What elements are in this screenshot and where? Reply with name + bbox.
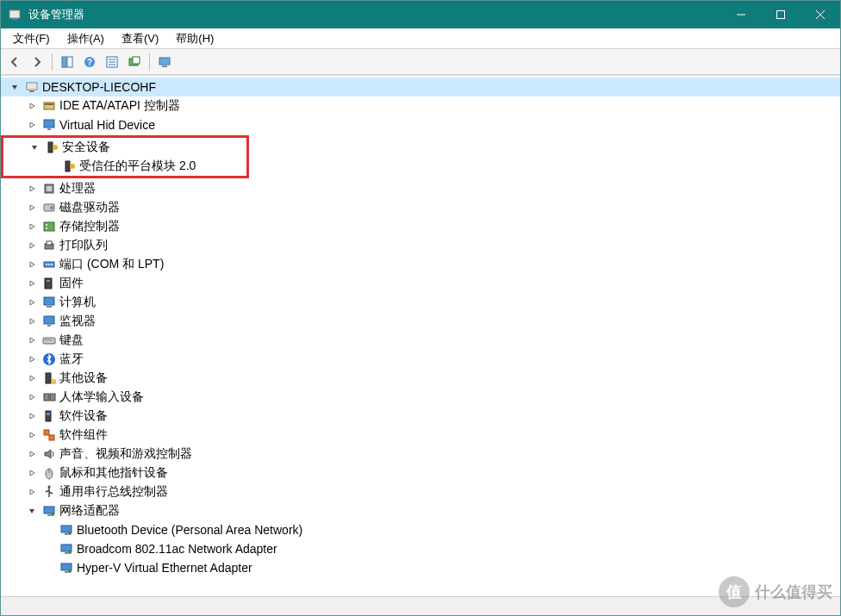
svg-rect-48 xyxy=(45,339,47,340)
tree-item[interactable]: 软件设备 xyxy=(1,407,840,426)
expander-icon[interactable] xyxy=(25,296,39,309)
tree-item[interactable]: IDE ATA/ATAPI 控制器 xyxy=(1,96,840,115)
properties-button[interactable] xyxy=(102,52,122,72)
tree-item[interactable]: Broadcom 802.11ac Network Adapter xyxy=(1,539,840,558)
back-button[interactable] xyxy=(4,52,25,72)
cpu-icon xyxy=(41,181,57,196)
tree-node-label: 鼠标和其他指针设备 xyxy=(59,465,173,481)
tree-item[interactable]: 端口 (COM 和 LPT) xyxy=(1,255,840,274)
tree-item[interactable]: 受信任的平台模块 2.0 xyxy=(3,157,246,176)
titlebar[interactable]: 设备管理器 xyxy=(1,1,840,28)
expander-icon[interactable] xyxy=(25,447,39,461)
expander-icon[interactable] xyxy=(25,314,39,328)
tree-item[interactable]: 打印队列 xyxy=(1,236,840,255)
tree-item[interactable]: 处理器 xyxy=(1,179,840,198)
tree-item[interactable]: 人体学输入设备 xyxy=(1,388,840,407)
monitor-icon xyxy=(41,117,57,133)
expander-icon[interactable] xyxy=(25,277,39,290)
show-hide-tree-button[interactable] xyxy=(57,52,78,72)
tree-root[interactable]: DESKTOP-LIECOHF xyxy=(1,78,840,96)
expander-icon[interactable] xyxy=(25,428,39,442)
tree-item[interactable]: ?其他设备 xyxy=(1,369,840,388)
expander-icon[interactable] xyxy=(25,239,39,252)
tree-item[interactable]: 磁盘驱动器 xyxy=(1,198,840,217)
tree-node-label: 存储控制器 xyxy=(59,219,125,234)
disk-icon xyxy=(41,200,57,215)
tree-item[interactable]: 监视器 xyxy=(1,312,840,331)
svg-rect-21 xyxy=(45,103,53,105)
svg-rect-60 xyxy=(49,435,54,440)
expander-icon[interactable] xyxy=(25,118,39,132)
menu-file[interactable]: 文件(F) xyxy=(4,29,59,48)
tree-node-label: 处理器 xyxy=(59,181,101,196)
tree-item[interactable]: Hyper-V Virtual Ethernet Adapter xyxy=(1,558,840,577)
tree-node-label: Bluetooth Device (Personal Area Network) xyxy=(77,523,308,537)
svg-point-66 xyxy=(51,513,54,516)
help-button[interactable]: ? xyxy=(79,52,100,72)
ide-icon xyxy=(41,98,57,114)
tree-item[interactable]: Bluetooth Device (Personal Area Network) xyxy=(1,520,840,539)
tree-item[interactable]: 鼠标和其他指针设备 xyxy=(1,464,840,482)
tree-node-label: 人体学输入设备 xyxy=(59,389,149,405)
tree-item[interactable]: 安全设备 xyxy=(3,138,246,157)
expander-icon[interactable] xyxy=(25,409,39,423)
app-icon xyxy=(8,8,22,22)
expander-icon[interactable] xyxy=(8,80,22,94)
svg-rect-1 xyxy=(12,19,17,20)
tree-node-label: 网络适配器 xyxy=(59,503,125,519)
devices-button[interactable] xyxy=(154,52,175,72)
tree-node-label: 声音、视频和游戏控制器 xyxy=(59,446,197,462)
svg-rect-49 xyxy=(47,339,49,340)
tree-item[interactable]: 蓝牙 xyxy=(1,350,840,369)
svg-rect-24 xyxy=(48,142,53,152)
menu-view[interactable]: 查看(V) xyxy=(113,29,167,48)
tree-node-label: 端口 (COM 和 LPT) xyxy=(59,257,169,272)
expander-icon[interactable] xyxy=(25,258,39,271)
menu-help[interactable]: 帮助(H) xyxy=(167,29,222,48)
expander-icon[interactable] xyxy=(25,352,39,366)
close-button[interactable] xyxy=(801,1,840,28)
expander-icon[interactable] xyxy=(25,99,39,113)
svg-rect-41 xyxy=(45,278,52,289)
svg-rect-70 xyxy=(61,544,72,551)
svg-point-40 xyxy=(51,264,53,265)
expander-icon[interactable] xyxy=(25,371,39,385)
expander-icon[interactable] xyxy=(25,220,39,233)
menubar: 文件(F) 操作(A) 查看(V) 帮助(H) xyxy=(1,28,840,49)
expander-icon[interactable] xyxy=(25,390,39,404)
minimize-button[interactable] xyxy=(721,1,761,28)
expander-icon[interactable] xyxy=(25,333,39,347)
tree-node-label: 安全设备 xyxy=(62,140,115,155)
svg-rect-19 xyxy=(29,90,34,92)
svg-rect-58 xyxy=(47,413,50,415)
expander-icon[interactable] xyxy=(25,504,39,518)
svg-rect-68 xyxy=(65,533,68,535)
expander-icon[interactable] xyxy=(25,485,39,499)
tree-item[interactable]: 键盘 xyxy=(1,331,840,350)
device-tree[interactable]: DESKTOP-LIECOHFIDE ATA/ATAPI 控制器Virtual … xyxy=(1,76,840,596)
tree-item[interactable]: 声音、视频和游戏控制器 xyxy=(1,445,840,464)
tree-node-label: 打印队列 xyxy=(59,238,113,253)
expander-icon[interactable] xyxy=(25,466,39,480)
bluetooth-icon xyxy=(41,352,57,367)
tree-item[interactable]: 固件 xyxy=(1,274,840,293)
tree-item[interactable]: 软件组件 xyxy=(1,426,840,445)
tree-item[interactable]: 通用串行总线控制器 xyxy=(1,482,840,501)
svg-point-25 xyxy=(53,145,58,150)
expander-icon[interactable] xyxy=(25,201,39,215)
tree-item[interactable]: Virtual Hid Device xyxy=(1,115,840,134)
maximize-button[interactable] xyxy=(761,1,801,28)
tree-node-label: 键盘 xyxy=(59,333,89,348)
expander-icon[interactable] xyxy=(28,140,41,154)
menu-action[interactable]: 操作(A) xyxy=(59,29,113,48)
expander-icon[interactable] xyxy=(25,182,39,196)
svg-rect-17 xyxy=(162,65,167,67)
tree-node-label: Broadcom 802.11ac Network Adapter xyxy=(77,542,283,556)
forward-button[interactable] xyxy=(27,52,47,72)
svg-rect-57 xyxy=(46,411,51,421)
tree-item[interactable]: 计算机 xyxy=(1,293,840,312)
scan-hardware-button[interactable] xyxy=(124,52,145,72)
keyboard-icon xyxy=(41,333,57,348)
tree-item[interactable]: 网络适配器 xyxy=(1,501,840,520)
tree-item[interactable]: 存储控制器 xyxy=(1,217,840,236)
